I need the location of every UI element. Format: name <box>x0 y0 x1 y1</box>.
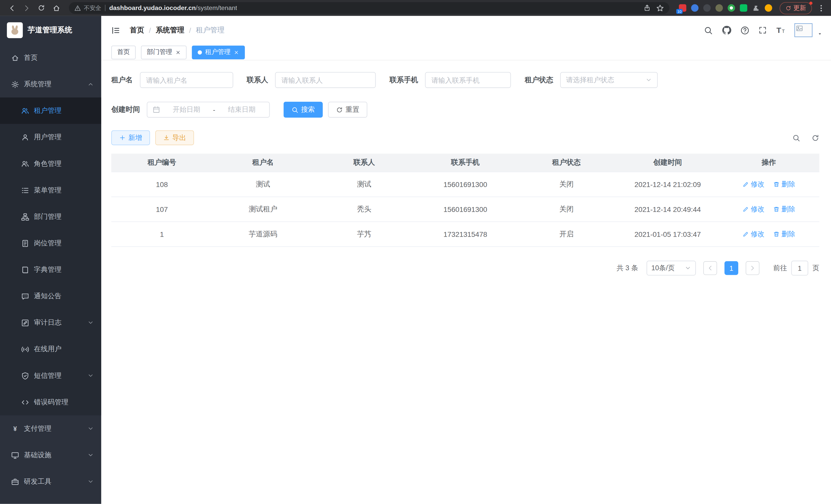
page-unit-label: 页 <box>812 263 820 273</box>
table-row: 108 测试 测试 15601691300 关闭 2021-12-14 21:0… <box>111 172 820 197</box>
sidebar-item-home[interactable]: 首页 <box>0 45 101 71</box>
cell-created: 2021-01-05 17:03:47 <box>617 230 718 238</box>
avatar-caret-icon[interactable] <box>817 31 823 37</box>
update-reload-icon <box>785 5 792 11</box>
edit-link[interactable]: 修改 <box>742 229 765 239</box>
fullscreen-icon[interactable] <box>758 26 767 34</box>
code-icon <box>21 398 29 406</box>
sidebar-item-user[interactable]: 用户管理 <box>0 124 101 151</box>
add-button[interactable]: 新增 <box>111 130 150 145</box>
sidebar-item-devtools[interactable]: 研发工具 <box>0 468 101 495</box>
delete-link[interactable]: 删除 <box>773 180 795 189</box>
browser-update-button[interactable]: 更新 <box>780 2 812 14</box>
close-icon[interactable] <box>175 50 181 55</box>
user-avatar[interactable] <box>795 23 812 37</box>
sidebar-item-role[interactable]: 角色管理 <box>0 151 101 177</box>
sidebar-item-menu[interactable]: 菜单管理 <box>0 177 101 203</box>
tenant-name-input[interactable] <box>140 72 233 88</box>
fold-menu-icon <box>111 26 120 35</box>
github-icon[interactable] <box>722 25 731 35</box>
prev-page-button[interactable] <box>703 261 717 275</box>
browser-forward-button[interactable] <box>20 2 33 14</box>
extensions-puzzle-icon[interactable] <box>752 4 760 12</box>
browser-menu-button[interactable] <box>816 2 826 14</box>
trash-icon <box>773 231 779 237</box>
sidebar-logo[interactable]: 芋道管理系统 <box>0 16 101 45</box>
url-host: dashboard.yudao.iocoder.cn <box>109 4 196 12</box>
add-button-label: 新增 <box>128 133 142 143</box>
sidebar-item-dict[interactable]: 字典管理 <box>0 256 101 283</box>
dark-extension-icon[interactable] <box>703 4 711 12</box>
sidebar-item-audit-log[interactable]: 审计日志 <box>0 309 101 336</box>
sidebar-item-infra[interactable]: 基础设施 <box>0 442 101 468</box>
sidebar-fold-button[interactable] <box>110 24 121 36</box>
url-divider <box>105 5 105 11</box>
browser-home-button[interactable] <box>50 2 63 14</box>
browser-reload-button[interactable] <box>35 2 48 14</box>
tab-tenant[interactable]: 租户管理 <box>192 45 245 59</box>
create-time-label: 创建时间 <box>111 105 140 114</box>
url-text: dashboard.yudao.iocoder.cn/system/tenant <box>109 4 237 12</box>
sidebar-item-payment[interactable]: 支付管理 <box>0 415 101 442</box>
bookmark-star-icon[interactable] <box>656 4 664 12</box>
contact-input[interactable] <box>275 72 376 88</box>
security-indicator[interactable]: 不安全 <box>74 4 101 12</box>
status-select[interactable]: 请选择租户状态 <box>560 72 658 88</box>
share-icon[interactable] <box>643 4 651 12</box>
breadcrumb-system[interactable]: 系统管理 <box>156 25 184 35</box>
sidebar-item-label: 角色管理 <box>34 159 61 169</box>
delete-link[interactable]: 删除 <box>773 229 795 239</box>
refresh-table-icon[interactable] <box>811 134 820 142</box>
sidebar-item-label: 系统管理 <box>24 79 51 89</box>
goto-page-input[interactable] <box>791 261 808 276</box>
green-circle-extension-icon[interactable] <box>728 4 735 12</box>
search-button[interactable]: 搜索 <box>283 102 323 118</box>
browser-back-button[interactable] <box>5 2 18 14</box>
end-date-input[interactable]: 结束日期 <box>220 105 264 114</box>
sidebar-item-post[interactable]: 岗位管理 <box>0 230 101 256</box>
sidebar-item-system[interactable]: 系统管理 <box>0 71 101 97</box>
green-square-extension-icon[interactable] <box>740 4 747 12</box>
breadcrumb-home[interactable]: 首页 <box>130 25 144 35</box>
start-date-input[interactable]: 开始日期 <box>164 105 209 114</box>
export-button[interactable]: 导出 <box>155 130 194 145</box>
kebab-menu-icon <box>817 4 825 12</box>
home-icon <box>11 54 19 62</box>
sidebar-item-label: 错误码管理 <box>34 397 68 407</box>
search-icon[interactable] <box>704 26 713 35</box>
tab-dept[interactable]: 部门管理 <box>141 45 187 59</box>
date-range-picker[interactable]: 开始日期 - 结束日期 <box>147 102 270 118</box>
tab-home[interactable]: 首页 <box>111 45 136 59</box>
edit-link[interactable]: 修改 <box>742 205 765 214</box>
close-icon[interactable] <box>234 50 239 55</box>
toggle-search-icon[interactable] <box>792 134 800 142</box>
blue-extension-icon[interactable] <box>691 4 699 12</box>
header-tools <box>704 23 823 37</box>
sidebar-item-sms[interactable]: 短信管理 <box>0 362 101 389</box>
role-icon <box>21 160 29 168</box>
phone-input[interactable] <box>425 72 511 88</box>
profile-avatar-icon[interactable] <box>765 4 772 12</box>
edit-link[interactable]: 修改 <box>742 180 765 189</box>
pagination: 共 3 条 10条/页 1 前往 页 <box>111 261 820 276</box>
reset-button[interactable]: 重置 <box>328 102 368 118</box>
sidebar-item-label: 菜单管理 <box>34 185 61 195</box>
page-number-button[interactable]: 1 <box>724 261 738 275</box>
page-size-select[interactable]: 10条/页 <box>647 261 696 276</box>
sidebar-item-label: 租户管理 <box>34 106 61 116</box>
address-bar[interactable]: 不安全 dashboard.yudao.iocoder.cn/system/te… <box>69 2 669 13</box>
delete-link[interactable]: 删除 <box>773 205 795 214</box>
font-size-icon[interactable] <box>776 25 785 35</box>
sidebar-item-error-code[interactable]: 错误码管理 <box>0 389 101 415</box>
olive-extension-icon[interactable] <box>715 4 723 12</box>
sidebar-item-dept[interactable]: 部门管理 <box>0 203 101 230</box>
app-title: 芋道管理系统 <box>28 25 72 35</box>
sidebar-item-notice[interactable]: 通知公告 <box>0 283 101 309</box>
adblock-extension-icon[interactable]: 10 <box>679 4 686 12</box>
extension-badge: 10 <box>676 9 683 14</box>
sidebar-item-tenant[interactable]: 租户管理 <box>0 98 101 124</box>
next-page-button[interactable] <box>746 261 760 275</box>
help-icon[interactable] <box>740 26 749 35</box>
sidebar-item-online-user[interactable]: 在线用户 <box>0 336 101 362</box>
sidebar-item-label: 字典管理 <box>34 265 61 274</box>
